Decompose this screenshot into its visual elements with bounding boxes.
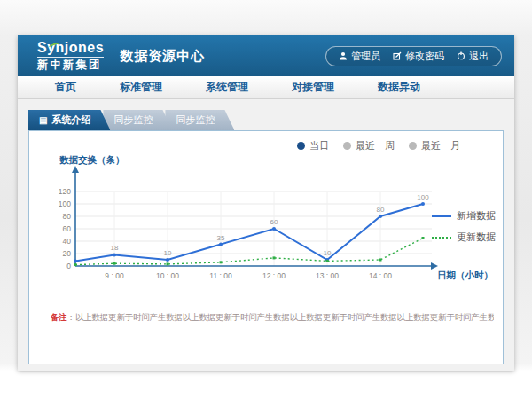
user-menu-admin-label: 管理员	[351, 50, 380, 63]
user-menu-logout-label: 退出	[469, 50, 489, 63]
user-menu-logout[interactable]: 退出	[457, 50, 489, 63]
svg-text:日期（小时）: 日期（小时）	[437, 270, 493, 281]
content-area: ▤ 系统介绍 同步监控 同步监控 当日 最近一周	[18, 99, 514, 364]
radio-last-week[interactable]: 最近一周	[343, 139, 395, 153]
user-menu-change-password-label: 修改密码	[405, 50, 444, 63]
svg-text:9 : 00: 9 : 00	[105, 271, 124, 280]
nav-item-home[interactable]: 首页	[34, 80, 98, 95]
page-title: 数据资源中心	[120, 48, 205, 65]
svg-text:80: 80	[377, 206, 385, 214]
tab-label: 同步监控	[176, 113, 215, 127]
svg-text:10 : 00: 10 : 00	[156, 271, 179, 280]
svg-text:35: 35	[217, 234, 225, 242]
svg-text:11 : 00: 11 : 00	[209, 271, 232, 280]
nav-item-system-mgmt[interactable]: 系统管理	[184, 80, 270, 95]
solid-line-swatch	[432, 215, 451, 217]
tab-system-intro[interactable]: ▤ 系统介绍	[28, 110, 110, 130]
footnote-text: ：以上数据更新于时间产生数据以上数据更新于时间产生数据以上数据更新于时间产生数据…	[67, 312, 494, 322]
tab-sync-monitor-1[interactable]: 同步监控	[103, 110, 172, 130]
svg-text:80: 80	[63, 212, 72, 221]
tab-sync-monitor-2[interactable]: 同步监控	[165, 110, 234, 130]
radio-label: 最近一月	[421, 139, 460, 153]
document-icon: ▤	[39, 116, 47, 125]
tab-label: 系统介绍	[51, 113, 90, 127]
app-window: Synjones 新中新集团 数据资源中心 管理员 修改密码	[18, 35, 514, 371]
svg-text:20: 20	[63, 249, 72, 258]
svg-text:120: 120	[59, 187, 71, 196]
svg-text:数据交换（条）: 数据交换（条）	[59, 154, 125, 166]
radio-label: 当日	[309, 139, 329, 153]
svg-text:0: 0	[66, 262, 71, 270]
svg-text:40: 40	[63, 237, 72, 246]
main-nav: 首页 标准管理 系统管理 对接管理 数据异动	[18, 76, 514, 99]
logo-text-cn: 新中新集团	[37, 59, 104, 71]
chart-legend: 新增数据 更新数据	[432, 209, 496, 244]
time-range-filter: 当日 最近一周 最近一月	[297, 139, 460, 153]
radio-today[interactable]: 当日	[297, 139, 329, 153]
nav-item-data-change[interactable]: 数据异动	[356, 80, 442, 95]
radio-last-month[interactable]: 最近一月	[409, 139, 460, 153]
svg-text:100: 100	[59, 200, 71, 208]
chart-panel: 当日 最近一周 最近一月 0204060801001209 : 0010 : 0…	[28, 130, 504, 364]
tab-bar: ▤ 系统介绍 同步监控 同步监控	[28, 110, 504, 130]
svg-text:13 : 00: 13 : 00	[316, 271, 339, 280]
svg-text:10: 10	[164, 249, 172, 257]
footnote-prefix: 备注	[51, 312, 67, 322]
logout-icon	[457, 51, 466, 60]
user-menu-change-password[interactable]: 修改密码	[393, 50, 444, 63]
radio-dot-selected	[297, 142, 305, 150]
radio-dot	[409, 142, 417, 150]
svg-text:10: 10	[324, 249, 332, 257]
user-menu: 管理员 修改密码 退出	[325, 46, 502, 66]
footnote: 备注：以上数据更新于时间产生数据以上数据更新于时间产生数据以上数据更新于时间产生…	[51, 312, 494, 324]
legend-updated-data[interactable]: 更新数据	[432, 231, 496, 244]
radio-dot	[343, 142, 351, 150]
svg-text:14 : 00: 14 : 00	[369, 271, 392, 280]
user-icon	[339, 51, 348, 60]
radio-label: 最近一周	[356, 139, 395, 153]
nav-item-interface-mgmt[interactable]: 对接管理	[270, 80, 356, 95]
legend-new-data[interactable]: 新增数据	[432, 209, 496, 223]
svg-text:18: 18	[111, 244, 119, 252]
svg-text:60: 60	[270, 218, 278, 226]
line-chart: 0204060801001209 : 0010 : 0011 : 0012 : …	[36, 154, 497, 298]
logo-text-en: Synjones	[37, 41, 104, 58]
legend-label: 更新数据	[457, 231, 496, 244]
svg-text:60: 60	[63, 224, 72, 233]
svg-text:100: 100	[417, 193, 429, 201]
nav-item-standard-mgmt[interactable]: 标准管理	[98, 80, 184, 95]
dotted-line-swatch	[432, 237, 451, 239]
edit-icon	[393, 51, 402, 60]
logo: Synjones 新中新集团	[37, 41, 104, 71]
svg-text:12 : 00: 12 : 00	[262, 271, 286, 280]
app-header: Synjones 新中新集团 数据资源中心 管理员 修改密码	[18, 35, 514, 76]
legend-label: 新增数据	[457, 209, 496, 223]
user-menu-admin[interactable]: 管理员	[339, 50, 380, 63]
tab-label: 同步监控	[113, 113, 153, 127]
